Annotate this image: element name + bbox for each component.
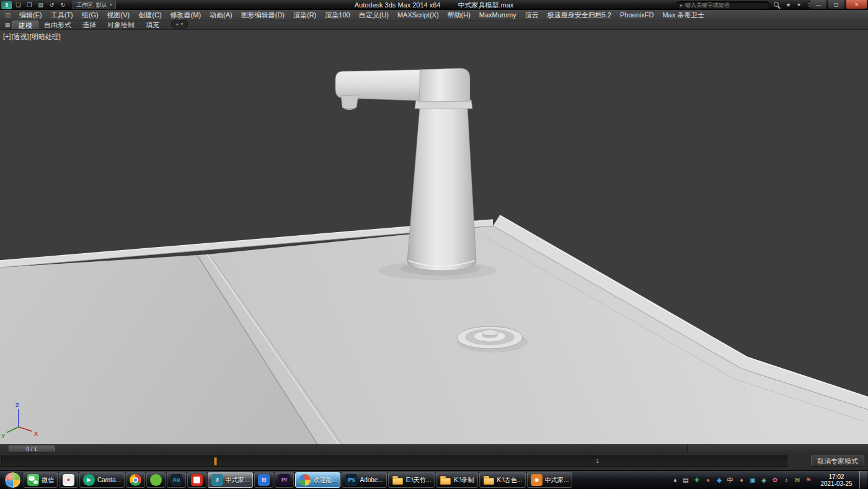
taskbar-recorder-orange[interactable]: ◉中式家...: [527, 472, 572, 488]
track-bar-ruler[interactable]: 1: [1, 455, 787, 467]
tray-icon-11[interactable]: ✉: [792, 475, 802, 485]
frame-tick-label: 1: [596, 458, 599, 464]
ribbon-home-icon[interactable]: ▦: [2, 20, 12, 29]
menu-item[interactable]: Max 杀毒卫士: [658, 10, 709, 20]
tray-icon-6[interactable]: ♦: [737, 475, 746, 485]
tray-icon-5[interactable]: 中: [725, 475, 735, 485]
close-button[interactable]: ✕: [846, 0, 867, 9]
app-title: Autodesk 3ds Max 2014 x64: [355, 1, 441, 9]
save-icon[interactable]: ▤: [36, 1, 45, 9]
tray-icon-9[interactable]: ✿: [770, 475, 780, 485]
camtasia-recorder-icon: ●: [63, 474, 74, 486]
taskbar-blue-grid-app[interactable]: ⊞: [254, 472, 273, 488]
taskbar-folder-k-record[interactable]: K:\录制: [436, 472, 477, 488]
chevron-down-icon: ▾: [181, 22, 184, 27]
workspace-label: 工作区: 默认: [76, 1, 107, 9]
favorites-star-icon[interactable]: ★: [784, 1, 792, 9]
menu-item[interactable]: 动画(A): [205, 10, 237, 20]
cancel-expert-mode-button[interactable]: 取消专家模式: [811, 455, 864, 467]
taskbar-chrome[interactable]: [126, 472, 145, 488]
tray-icon-4[interactable]: ◆: [714, 475, 724, 485]
taskbar-camtasia-recorder[interactable]: ●: [59, 472, 78, 488]
menu-item[interactable]: 渲云: [521, 10, 543, 20]
folder-k-record-icon: [440, 474, 451, 486]
menu-item[interactable]: 渲染100: [321, 10, 354, 20]
menu-item[interactable]: 编辑(E): [15, 10, 46, 20]
start-button[interactable]: [1, 471, 24, 489]
menu-item[interactable]: 修改器(M): [166, 10, 206, 20]
taskbar-clock[interactable]: 17:02 2021-03-25: [815, 473, 858, 487]
taskbar-browser-green[interactable]: [146, 472, 166, 488]
menu-item[interactable]: 图形编辑器(D): [237, 10, 289, 20]
ribbon-tab[interactable]: 建模: [12, 20, 38, 29]
menu-item[interactable]: 视图(V): [103, 10, 135, 20]
time-slider-handle[interactable]: 0 / 1: [9, 446, 55, 452]
taskbar-apps: 微信●▶Camta...Au3中式家...⊞Pr欢迎能...PsAdobe...…: [24, 471, 572, 489]
viewport-shading-menu[interactable]: [明暗处理]: [30, 32, 61, 42]
new-file-icon[interactable]: ❏: [14, 1, 23, 9]
tray-icon-12[interactable]: ⚑: [804, 475, 813, 485]
tray-icon-2[interactable]: ✚: [692, 475, 702, 485]
menu-item[interactable]: MAXScript(X): [393, 10, 443, 20]
ribbon-bar: ▦ 建模自由形式选择对象绘制填充 ● ▾: [0, 20, 868, 30]
search-icon[interactable]: [773, 1, 781, 9]
windows-logo-icon: [4, 472, 21, 488]
undo-icon[interactable]: ↺: [47, 1, 56, 9]
taskbar-audition[interactable]: Au: [167, 472, 186, 488]
redo-icon[interactable]: ↻: [58, 1, 68, 9]
clock-time: 17:02: [816, 473, 857, 480]
taskbar-3dsmax[interactable]: 3中式家...: [208, 472, 253, 488]
menu-item[interactable]: 帮助(H): [443, 10, 475, 20]
premiere-icon: Pr: [278, 474, 290, 486]
show-desktop-button[interactable]: [859, 471, 867, 489]
perspective-viewport[interactable]: [+] [透视] [明暗处理]: [0, 30, 868, 444]
communication-center-icon[interactable]: ✦: [795, 1, 803, 9]
time-slider-track[interactable]: 0 / 1: [0, 445, 688, 453]
ribbon-overflow[interactable]: ● ▾: [171, 20, 188, 29]
tray-icon-8[interactable]: ◈: [759, 475, 769, 485]
taskbar-camtasia[interactable]: ▶Camta...: [79, 472, 125, 488]
browser-green-icon: [150, 474, 162, 486]
viewport-general-menu[interactable]: [+]: [3, 32, 11, 42]
taskbar-welcome-app[interactable]: 欢迎能...: [295, 472, 340, 488]
taskbar-red-app[interactable]: [187, 472, 206, 488]
open-file-icon[interactable]: ❐: [25, 1, 34, 9]
menu-item[interactable]: 创建(C): [134, 10, 166, 20]
recorder-orange-icon: ◉: [531, 474, 542, 486]
tray-icon-7[interactable]: ▣: [748, 475, 758, 485]
welcome-app-icon: [299, 474, 311, 486]
search-input[interactable]: [685, 2, 766, 8]
maximize-button[interactable]: ▢: [828, 0, 845, 9]
menu-item[interactable]: MaxMummy: [475, 10, 521, 20]
tray-icon-3[interactable]: ●: [703, 475, 713, 485]
viewport-label-menu: [+] [透视] [明暗处理]: [3, 32, 61, 42]
taskbar-wechat[interactable]: 微信: [24, 472, 58, 488]
taskbar-folder-e-tianzhu[interactable]: E:\天竹...: [388, 472, 435, 488]
max-logo-icon[interactable]: 3: [1, 1, 12, 9]
ribbon-tab[interactable]: 自由形式: [38, 20, 77, 29]
ribbon-tab[interactable]: 填充: [140, 20, 165, 29]
menu-item[interactable]: 工具(T): [46, 10, 78, 20]
taskbar-folder-k-guse[interactable]: K:\古色...: [479, 472, 526, 488]
menu-item[interactable]: PhoenixFD: [616, 10, 658, 20]
menu-item[interactable]: 极速瘦身安全归档5.2: [543, 10, 616, 20]
tray-expand-icon[interactable]: ▲: [671, 477, 680, 483]
viewport-canvas[interactable]: Z X Y: [0, 30, 868, 444]
infocenter-search[interactable]: ▸: [676, 1, 770, 9]
tray-icon-1[interactable]: ▤: [681, 475, 691, 485]
viewport-pov-menu[interactable]: [透视]: [12, 32, 29, 42]
ribbon-tab[interactable]: 选择: [77, 20, 102, 29]
current-frame-marker[interactable]: [214, 457, 217, 465]
tray-icon-10[interactable]: ♪: [781, 475, 791, 485]
window-icon[interactable]: ◫: [3, 12, 12, 18]
ribbon-tab[interactable]: 对象绘制: [102, 20, 140, 29]
taskbar-button-label: 微信: [42, 476, 54, 485]
taskbar-premiere[interactable]: Pr: [275, 472, 294, 488]
menu-item[interactable]: 组(G): [78, 10, 103, 20]
workspace-dropdown[interactable]: 工作区: 默认 ▾: [73, 1, 116, 9]
minimize-button[interactable]: —: [810, 0, 827, 9]
menu-item[interactable]: 渲染(R): [289, 10, 321, 20]
menu-item[interactable]: 自定义(U): [355, 10, 393, 20]
chevron-down-icon: ▾: [110, 2, 112, 7]
taskbar-photoshop[interactable]: PsAdobe...: [342, 472, 386, 488]
